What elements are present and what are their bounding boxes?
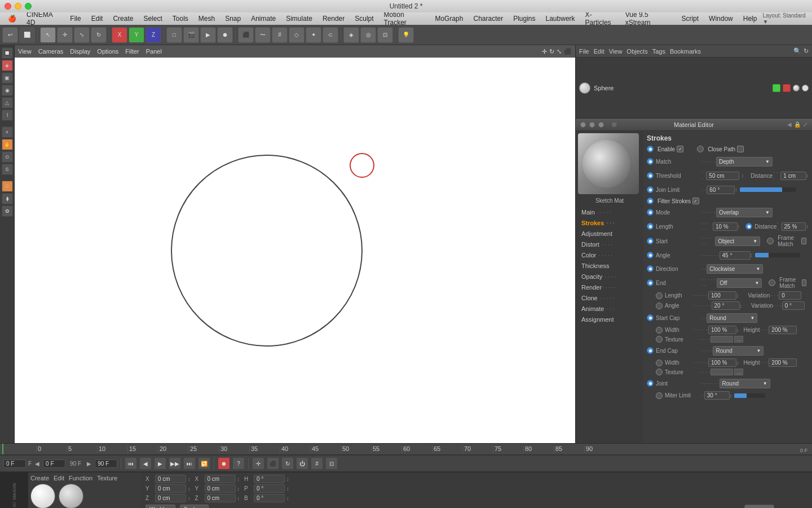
menu-mesh[interactable]: Mesh	[194, 14, 219, 24]
mat-menu-texture[interactable]: Texture	[97, 475, 117, 481]
start-cap-radio[interactable]	[647, 314, 654, 321]
mat-editor-expand-icon[interactable]: ⤢	[803, 121, 807, 128]
current-frame-input[interactable]	[43, 459, 65, 468]
left-tool-5[interactable]: △	[2, 97, 13, 108]
rotate-tool-button[interactable]: ↻	[91, 27, 107, 43]
nav-item-main[interactable]: Main · · · · ·	[578, 207, 641, 217]
viewport-menu-options[interactable]: Options	[97, 48, 118, 55]
end-cap-texture-btn[interactable]: …	[734, 369, 743, 375]
redo-button[interactable]: ⬜	[19, 27, 35, 43]
coord-b-input[interactable]	[254, 494, 285, 502]
minimize-button[interactable]	[15, 3, 21, 10]
viewport-menu-cameras[interactable]: Cameras	[38, 48, 64, 55]
end-length-radio[interactable]	[656, 292, 663, 299]
viewport-icon-move[interactable]: ✛	[542, 48, 547, 55]
menu-help[interactable]: Help	[739, 14, 762, 24]
end-cap-texture-swatch[interactable]	[710, 369, 733, 375]
coord-y-input[interactable]	[155, 484, 186, 493]
auto-key-button[interactable]: ↻	[281, 457, 294, 470]
end-cap-width-input[interactable]: 100 %	[708, 358, 736, 367]
next-frame-button[interactable]: ▶▶	[169, 457, 181, 470]
deform-button[interactable]: ◇	[289, 27, 304, 43]
threshold-input[interactable]: 50 cm	[706, 172, 739, 180]
viewport-icon-scale[interactable]: ⤡	[557, 48, 562, 55]
objects-menu-view[interactable]: View	[609, 48, 623, 55]
left-tool-11[interactable]: ⦾	[2, 181, 13, 192]
record-button[interactable]: ⏺	[217, 27, 233, 43]
nav-item-strokes[interactable]: Strokes · · ·	[578, 218, 641, 228]
loop-button[interactable]: 🔁	[198, 457, 210, 470]
coord-x-input[interactable]	[155, 475, 186, 483]
z-axis-button[interactable]: Z	[145, 27, 161, 43]
grid-button-transport[interactable]: #	[311, 457, 323, 470]
miter-limit-input[interactable]: 30 °	[704, 391, 730, 400]
length-input[interactable]: 10 %	[713, 222, 738, 231]
nav-item-thickness[interactable]: Thickness	[578, 261, 641, 271]
end-cap-height-input[interactable]: 200 %	[769, 358, 797, 367]
join-limit-input[interactable]: 60 °	[707, 186, 735, 194]
move-tool-button[interactable]: ✛	[57, 27, 73, 43]
menu-window[interactable]: Window	[704, 14, 738, 24]
start-frame-input[interactable]	[3, 459, 26, 468]
material-preview-mat[interactable]	[30, 484, 55, 508]
objects-search-icon[interactable]: 🔍	[793, 47, 801, 55]
left-tool-12[interactable]: ⧫	[2, 193, 13, 204]
coord-z-size-input[interactable]	[205, 494, 236, 502]
viewport-btn-1[interactable]: ⬛	[238, 27, 254, 43]
threshold-radio[interactable]	[647, 172, 654, 179]
viewport-icon-render[interactable]: ⬛	[564, 48, 572, 55]
left-tool-2[interactable]: ◈	[2, 60, 13, 71]
start-cap-texture-swatch[interactable]	[710, 336, 733, 343]
mat-editor-lock-icon[interactable]: 🔒	[794, 121, 801, 128]
object-render-icon[interactable]	[783, 84, 791, 92]
end-angle-var-input[interactable]: 0 °	[782, 301, 805, 310]
viewport-icon-rotate[interactable]: ↻	[549, 48, 554, 55]
end-var-input[interactable]: 0	[779, 291, 801, 300]
start-cap-dropdown[interactable]: Round ▼	[707, 313, 757, 323]
viewport-menu-panel[interactable]: Panel	[146, 48, 162, 55]
left-tool-13[interactable]: ✿	[2, 205, 13, 217]
close-path-radio[interactable]	[697, 146, 704, 152]
layout-button[interactable]: ⊡	[325, 457, 338, 470]
nav-item-opacity[interactable]: Opacity · · · ·	[578, 271, 641, 282]
menu-snap[interactable]: Snap	[220, 14, 245, 24]
viewport-menu-display[interactable]: Display	[70, 48, 90, 55]
viewport-menu-filter[interactable]: Filter	[125, 48, 139, 55]
record-button-transport[interactable]: ⏺	[218, 457, 230, 470]
material-preview-sketch[interactable]	[59, 484, 83, 508]
frame-match-radio[interactable]	[767, 238, 774, 244]
mode-dropdown[interactable]: Overlap ▼	[716, 208, 773, 217]
persp-button[interactable]: ◈	[343, 27, 359, 43]
end-angle-input[interactable]: 20 °	[712, 301, 740, 310]
distance2-input[interactable]: 25 %	[782, 222, 806, 231]
menu-select[interactable]: Select	[139, 14, 166, 24]
mat-editor-max[interactable]	[598, 122, 604, 128]
menu-tools[interactable]: Tools	[168, 14, 193, 24]
menu-plugins[interactable]: Plugins	[509, 14, 540, 24]
start-cap-width-input[interactable]: 100 %	[708, 326, 736, 334]
menu-script[interactable]: Script	[677, 14, 703, 24]
nav-item-distort[interactable]: Distort · · · ·	[578, 239, 641, 249]
undo-button[interactable]: ↩	[2, 27, 18, 43]
apply-button[interactable]: Apply	[744, 505, 775, 508]
play-button-transport[interactable]: ▶	[154, 457, 166, 470]
scale-dropdown[interactable]: Scale ▼	[180, 505, 209, 508]
mat-editor-min[interactable]	[589, 122, 595, 128]
power-button[interactable]: ⏻	[296, 457, 308, 470]
direction-dropdown[interactable]: Clockwise ▼	[707, 264, 763, 274]
menu-mograph[interactable]: MoGraph	[430, 14, 467, 24]
miter-limit-slider[interactable]	[734, 393, 765, 398]
left-tool-1[interactable]: 🔲	[2, 47, 13, 59]
joint-dropdown[interactable]: Round ▼	[720, 379, 770, 388]
film-button[interactable]: 🎬	[183, 27, 199, 43]
menu-sculpt[interactable]: Sculpt	[350, 14, 378, 24]
enable-radio[interactable]	[647, 146, 654, 152]
start-cap-texture-radio[interactable]	[656, 336, 663, 343]
left-tool-9[interactable]: ⊙	[2, 151, 13, 163]
mat-menu-create[interactable]: Create	[30, 475, 49, 481]
skip-start-button[interactable]: ⏮	[125, 457, 137, 470]
x-axis-button[interactable]: X	[112, 27, 127, 43]
null-button[interactable]: □	[166, 27, 182, 43]
menu-animate[interactable]: Animate	[246, 14, 280, 24]
match-dropdown[interactable]: Depth ▼	[716, 157, 773, 167]
